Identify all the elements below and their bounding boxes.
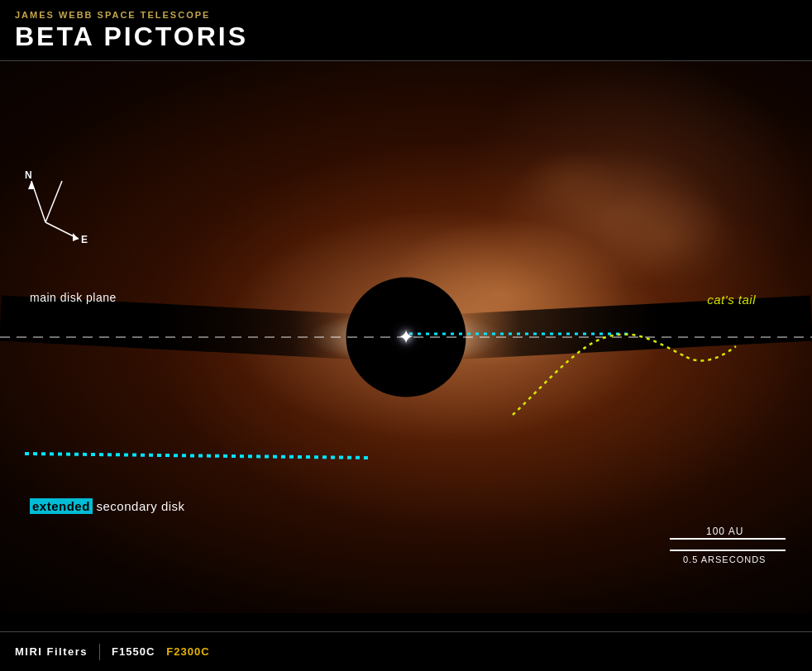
main-image-area: ✦ N E 100 AU 0.5 ARSECONDS main disk pla…	[0, 61, 812, 613]
header: James Webb Space Telescope Beta Pictoris	[0, 0, 812, 61]
miri-filters-label: MIRI Filters	[15, 645, 88, 658]
subtitle: James Webb Space Telescope	[15, 10, 797, 20]
footer-divider	[99, 644, 100, 660]
star-symbol: ✦	[398, 326, 414, 349]
filter-f1550c[interactable]: F1550C	[112, 645, 155, 658]
page-title: Beta Pictoris	[15, 21, 797, 52]
footer: MIRI Filters F1550C F2300C	[0, 631, 812, 671]
filter-f2300c[interactable]: F2300C	[166, 645, 209, 658]
